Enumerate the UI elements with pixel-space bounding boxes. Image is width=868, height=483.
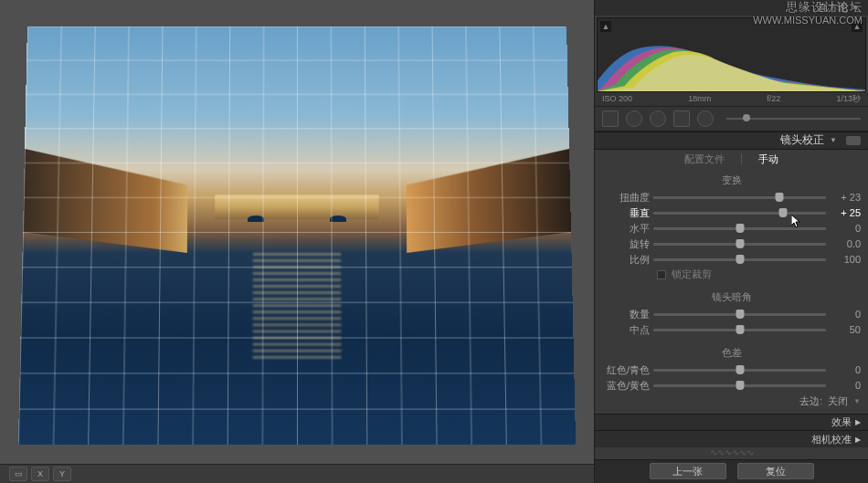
watermark-line1: 思缘设计论坛 [753,0,863,15]
distortion-value[interactable]: + 23 [828,192,861,203]
toolstrip [595,106,868,131]
calibration-title: 相机校准 [811,433,852,446]
hist-shutter: 1/13秒 [836,93,861,105]
vig-midpoint-value[interactable]: 50 [828,324,861,335]
adjust-brush-icon[interactable] [697,110,714,127]
slider-distortion: 扭曲度 + 23 [595,190,868,205]
vertical-track[interactable] [653,212,826,215]
constrain-crop-label: 锁定裁剪 [672,268,712,281]
ca-by-track[interactable] [653,384,826,387]
ca-title: 色差 [595,346,868,360]
scale-value[interactable]: 100 [828,254,861,265]
histogram-info: ISO 200 18mm f/22 1/13秒 [595,92,868,106]
watermark-line2: WWW.MISSYUAN.COM [753,15,863,26]
transform-title: 变换 [595,173,868,187]
horizontal-track[interactable] [653,227,826,230]
slider-ca-rc: 红色/青色 0 [595,362,868,378]
slider-vertical: 垂直 + 25 [595,205,868,221]
view-mode-toggle[interactable]: ▭ [9,467,27,481]
lens-correction-title: 镜头校正 [780,132,824,148]
ca-rc-track[interactable] [653,369,826,372]
defringe-row[interactable]: 去边: 关闭 ▼ [595,394,868,410]
distortion-track[interactable] [653,196,826,199]
slider-pip[interactable] [736,325,744,334]
histogram-svg [598,18,865,91]
tab-profile[interactable]: 配置文件 [684,152,725,166]
vignette-group: 镜头暗角 数量 0 中点 50 [595,286,868,341]
slider-pip[interactable] [736,224,744,233]
horizontal-value[interactable]: 0 [828,223,861,234]
lens-correction-header[interactable]: 镜头校正 ▼ [595,131,868,151]
slider-scale: 比例 100 [595,252,868,268]
slider-pip[interactable] [736,310,744,319]
rotate-value[interactable]: 0.0 [828,238,861,249]
rotate-label: 旋转 [595,237,653,251]
chevron-right-icon: ▶ [855,436,861,444]
slider-ca-by: 蓝色/黄色 0 [595,378,868,394]
dropdown-icon: ▼ [853,397,861,405]
distortion-label: 扭曲度 [595,191,653,205]
calibration-header[interactable]: 相机校准 ▶ [595,430,868,447]
tab-divider [741,153,742,164]
spot-removal-icon[interactable] [626,110,642,127]
hist-iso: ISO 200 [602,94,632,103]
ca-group: 色差 红色/青色 0 蓝色/黄色 0 去边: 关闭 ▼ [595,341,868,414]
crop-tool-icon[interactable] [602,110,619,127]
preview-canvas[interactable] [0,0,594,464]
vertical-value[interactable]: + 25 [828,207,861,218]
defringe-value: 关闭 [828,394,848,408]
panel-ornament: ∿∿∿∿∿∿ [595,447,868,459]
scale-label: 比例 [595,253,653,267]
grad-filter-icon[interactable] [673,110,690,127]
crop-grid-overlay [18,26,576,445]
slider-horizontal: 水平 0 [595,221,868,236]
slider-vig-midpoint: 中点 50 [595,322,868,338]
slider-vig-amount: 数量 0 [595,307,868,322]
vig-midpoint-track[interactable] [653,329,826,331]
redeye-icon[interactable] [650,110,666,127]
prev-button[interactable]: 上一张 [650,463,726,479]
lens-tabs: 配置文件 手动 [595,150,868,168]
soft-proof-y[interactable]: Y [53,467,71,481]
vig-midpoint-label: 中点 [595,323,653,337]
histogram[interactable]: ▲ ▲ [597,17,866,92]
ca-by-label: 蓝色/黄色 [595,379,653,393]
constrain-crop-row[interactable]: 锁定裁剪 [595,268,868,282]
toolstrip-slider[interactable] [726,118,861,120]
soft-proof-x[interactable]: X [31,467,49,481]
slider-pip[interactable] [778,208,787,217]
transform-group: 变换 扭曲度 + 23 垂直 + 25 水平 0 旋转 0.0 比例 100 [595,169,868,286]
ca-rc-value[interactable]: 0 [828,364,861,375]
vignette-title: 镜头暗角 [595,290,868,304]
ca-by-value[interactable]: 0 [828,380,861,391]
slider-pip[interactable] [736,239,744,248]
slider-pip[interactable] [736,365,744,374]
checkbox-icon[interactable] [657,270,666,279]
slider-pip[interactable] [736,381,744,390]
slider-pip[interactable] [775,193,783,202]
preview-area: ▭ X Y [0,0,594,483]
hist-aperture: f/22 [767,94,780,103]
slider-rotate: 旋转 0.0 [595,236,868,252]
watermark: 思缘设计论坛 WWW.MISSYUAN.COM [753,0,863,26]
tab-manual[interactable]: 手动 [758,152,778,166]
chevron-down-icon: ▼ [830,136,837,144]
defringe-label: 去边: [602,394,822,408]
hist-focal: 18mm [688,94,711,103]
vertical-label: 垂直 [595,206,653,220]
panel-switch-icon[interactable] [846,136,861,145]
horizontal-label: 水平 [595,222,653,236]
chevron-right-icon: ▶ [855,418,861,426]
scale-track[interactable] [653,258,826,261]
shadows-clip-icon[interactable]: ▲ [600,21,611,32]
ca-rc-label: 红色/青色 [595,363,653,377]
preview-toolbar: ▭ X Y [0,464,594,483]
vig-amount-track[interactable] [653,313,826,316]
vig-amount-value[interactable]: 0 [828,309,861,320]
rotate-track[interactable] [653,243,826,246]
effects-header[interactable]: 效果 ▶ [595,414,868,431]
reset-button[interactable]: 复位 [737,463,814,479]
slider-pip[interactable] [736,255,744,264]
develop-side-panel: 直方图 ▼ ▲ ▲ ISO 200 18mm f/22 1/13秒 镜头校正 ▼… [594,0,868,483]
preview-image[interactable] [18,26,576,445]
